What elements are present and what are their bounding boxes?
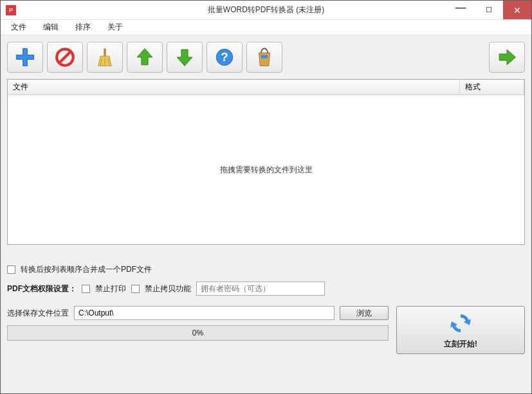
next-button[interactable]	[489, 42, 525, 73]
purchase-button[interactable]	[246, 42, 282, 73]
menu-about[interactable]: 关于	[101, 21, 129, 34]
disable-print-checkbox[interactable]	[82, 285, 90, 293]
shopping-bag-icon	[253, 46, 275, 68]
menu-bar: 文件 编辑 排序 关于	[1, 20, 531, 35]
broom-icon	[94, 46, 116, 68]
toolbar: ?	[7, 42, 525, 73]
disable-print-label: 禁止打印	[95, 283, 126, 294]
help-button[interactable]: ?	[206, 42, 243, 73]
arrow-right-icon	[496, 46, 518, 68]
help-icon: ?	[214, 46, 235, 68]
window-controls: — ☐ ✕	[446, 1, 531, 19]
merge-row: 转换后按列表顺序合并成一个PDF文件	[7, 264, 525, 275]
plus-icon	[14, 46, 36, 68]
add-button[interactable]	[7, 42, 43, 73]
title-bar: P 批量WORD转PDF转换器 (未注册) — ☐ ✕	[1, 1, 531, 20]
bottom-row: 选择保存文件位置 浏览 0% 立刻开始!	[7, 306, 525, 354]
disable-copy-checkbox[interactable]	[131, 285, 140, 293]
svg-text:?: ?	[221, 50, 228, 64]
svg-rect-2	[104, 48, 105, 56]
file-list-header: 文件 格式	[8, 80, 524, 95]
clear-button[interactable]	[87, 42, 123, 73]
move-down-button[interactable]	[167, 42, 203, 73]
output-path-input[interactable]	[74, 306, 335, 320]
browse-button[interactable]: 浏览	[340, 306, 389, 320]
column-file[interactable]: 文件	[8, 80, 460, 94]
arrow-up-icon	[134, 46, 156, 68]
start-label: 立刻开始!	[444, 339, 477, 350]
menu-edit[interactable]: 编辑	[37, 21, 65, 34]
close-button[interactable]: ✕	[503, 1, 531, 19]
menu-sort[interactable]: 排序	[69, 21, 97, 34]
start-button[interactable]: 立刻开始!	[396, 306, 525, 354]
file-list: 文件 格式 拖拽需要转换的文件到这里	[7, 79, 525, 245]
permission-row: PDF文档权限设置： 禁止打印 禁止拷贝功能	[7, 282, 525, 296]
menu-file[interactable]: 文件	[5, 21, 33, 34]
progress-text: 0%	[192, 328, 203, 337]
output-and-progress: 选择保存文件位置 浏览 0%	[7, 306, 389, 354]
owner-password-input[interactable]	[196, 282, 325, 296]
content-area: ? 文件 格式 拖拽需要转换的文件到这里 转换后按列表顺序合并成一个PDF文件	[1, 35, 531, 393]
move-up-button[interactable]	[127, 42, 163, 73]
remove-button[interactable]	[47, 42, 83, 73]
drop-hint: 拖拽需要转换的文件到这里	[220, 165, 313, 175]
permission-label: PDF文档权限设置：	[7, 283, 77, 294]
svg-line-1	[60, 52, 71, 63]
minimize-button[interactable]: —	[446, 1, 475, 19]
forbidden-icon	[54, 46, 76, 68]
disable-copy-label: 禁止拷贝功能	[145, 283, 191, 294]
refresh-icon	[448, 310, 473, 336]
options-panel: 转换后按列表顺序合并成一个PDF文件 PDF文档权限设置： 禁止打印 禁止拷贝功…	[7, 264, 525, 354]
app-icon: P	[6, 5, 16, 15]
file-list-body[interactable]: 拖拽需要转换的文件到这里	[8, 95, 524, 244]
merge-checkbox[interactable]	[7, 265, 15, 274]
maximize-button[interactable]: ☐	[475, 1, 503, 19]
output-row: 选择保存文件位置 浏览	[7, 306, 389, 320]
progress-bar: 0%	[7, 325, 389, 341]
svg-rect-8	[261, 55, 268, 58]
arrow-down-icon	[174, 46, 196, 68]
column-format[interactable]: 格式	[460, 80, 524, 94]
output-label: 选择保存文件位置	[7, 308, 69, 319]
merge-label: 转换后按列表顺序合并成一个PDF文件	[21, 264, 152, 275]
